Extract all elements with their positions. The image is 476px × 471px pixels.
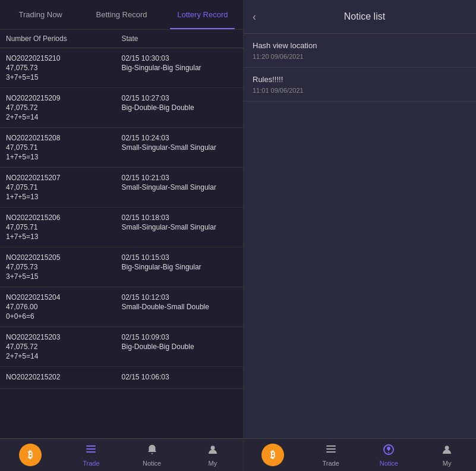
nav-notice-left[interactable]: Notice [122,439,182,471]
tab-betting-record[interactable]: Betting Record [81,0,162,29]
trade-icon-right [325,444,337,459]
my-icon-right [441,444,453,459]
right-header: ‹ Notice list [244,0,476,34]
my-icon-left [207,444,219,459]
bottom-nav-left: ₿ Trade Notice [0,438,243,471]
table-row[interactable]: NO20220215203 47,075.72 2+7+5=14 02/15 1… [0,327,243,367]
tab-trading-now[interactable]: Trading Now [0,0,81,29]
left-tabs: Trading Now Betting Record Lottery Recor… [0,0,243,30]
svg-point-3 [210,445,215,450]
bitcoin-icon-left: ₿ [19,444,42,466]
svg-rect-5 [326,448,336,450]
table-row[interactable]: NO20220215210 47,075.73 3+7+5=15 02/15 1… [0,48,243,88]
notice-list-title: Notice list [262,11,467,22]
right-panel: ‹ Notice list Hash view location 11:20 0… [244,0,476,471]
nav-notice-right[interactable]: Notice [360,439,418,471]
nav-trade-right[interactable]: Trade [302,439,360,471]
svg-rect-1 [86,448,96,450]
table-row[interactable]: NO20220215204 47,076.00 0+0+6=6 02/15 10… [0,287,243,327]
notice-icon-right [383,444,395,459]
svg-point-8 [388,452,389,453]
bitcoin-icon-right: ₿ [261,444,284,466]
svg-rect-6 [326,451,336,453]
table-row[interactable]: NO20220215205 47,075.73 3+7+5=15 02/15 1… [0,247,243,287]
table-row[interactable]: NO20220215208 47,075.71 1+7+5=13 02/15 1… [0,128,243,168]
nav-bitcoin-right[interactable]: ₿ [244,439,302,471]
svg-rect-0 [86,445,96,447]
list-item[interactable]: Hash view location 11:20 09/06/2021 [244,34,476,68]
nav-my-left[interactable]: My [182,439,243,471]
table-row[interactable]: NO20220215207 47,075.71 1+7+5=13 02/15 1… [0,168,243,208]
svg-point-9 [445,445,449,450]
notice-list: Hash view location 11:20 09/06/2021 Rule… [244,34,476,438]
left-panel: Trading Now Betting Record Lottery Recor… [0,0,244,471]
nav-my-right[interactable]: My [418,439,476,471]
table-header: Number Of Periods State [0,30,243,48]
tab-lottery-record[interactable]: Lottery Record [162,0,243,29]
table-row[interactable]: NO20220215209 47,075.72 2+7+5=14 02/15 1… [0,88,243,128]
list-item[interactable]: Rules!!!!! 11:01 09/06/2021 [244,68,476,102]
records-list: NO20220215210 47,075.73 3+7+5=15 02/15 1… [0,48,243,438]
table-row[interactable]: NO20220215206 47,075.71 1+7+5=13 02/15 1… [0,208,243,247]
back-button[interactable]: ‹ [253,11,256,23]
notice-icon-left [146,444,158,459]
bottom-nav-right: ₿ Trade Notice [244,438,476,471]
nav-trade-left[interactable]: Trade [61,439,121,471]
svg-rect-2 [86,451,96,453]
nav-bitcoin-left[interactable]: ₿ [0,439,61,471]
trade-icon-left [85,444,97,459]
table-row[interactable]: NO20220215202 02/15 10:06:03 [0,367,243,389]
svg-rect-4 [326,445,336,447]
